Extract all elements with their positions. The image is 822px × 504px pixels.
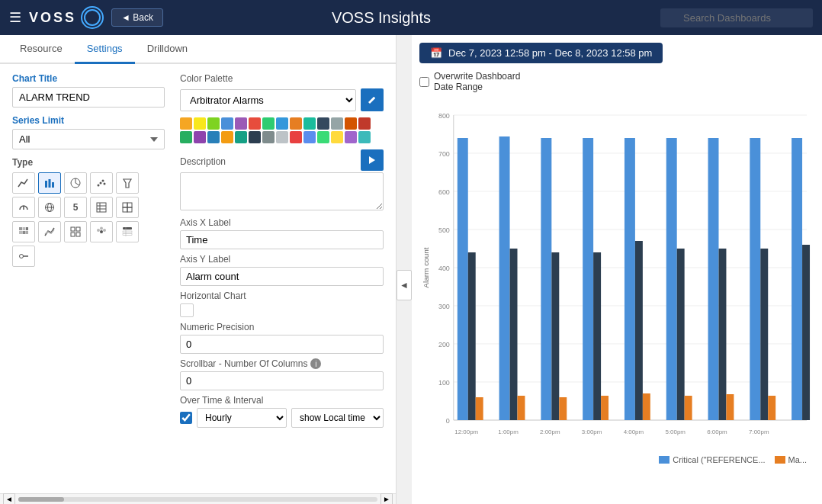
svg-point-35 xyxy=(100,230,103,233)
chart-title-input[interactable] xyxy=(12,87,165,108)
svg-rect-76 xyxy=(541,138,551,420)
tab-drilldown[interactable]: Drilldown xyxy=(135,35,200,64)
chart-type-gauge[interactable] xyxy=(12,197,35,218)
chart-type-globe[interactable] xyxy=(38,197,61,218)
color-swatch[interactable] xyxy=(194,117,206,130)
chart-type-number[interactable]: 5 xyxy=(64,197,87,218)
chart-type-table[interactable] xyxy=(90,197,113,218)
svg-rect-74 xyxy=(518,396,525,420)
chart-type-heatmap[interactable] xyxy=(12,221,35,242)
svg-rect-23 xyxy=(123,207,127,212)
numeric-precision-input[interactable] xyxy=(180,335,384,354)
video-button[interactable] xyxy=(361,149,384,171)
chart-container: Alarm count 800 700 600 500 400 300 200 … xyxy=(419,100,814,466)
chart-type-pivot[interactable] xyxy=(116,197,139,218)
over-time-row: Hourly show Local time xyxy=(180,408,384,428)
chart-type-multiaxis[interactable] xyxy=(38,221,61,242)
color-swatch[interactable] xyxy=(290,117,302,130)
color-swatch[interactable] xyxy=(345,131,357,143)
svg-rect-3 xyxy=(49,179,51,188)
chart-type-pie[interactable] xyxy=(64,172,87,194)
chart-type-statsbar[interactable] xyxy=(12,246,35,267)
color-swatch[interactable] xyxy=(358,131,371,143)
overwrite-checkbox[interactable] xyxy=(419,77,429,87)
scroll-left-button[interactable]: ◄ xyxy=(3,493,15,505)
local-time-select[interactable]: show Local time xyxy=(291,408,384,428)
color-swatch[interactable] xyxy=(345,117,357,130)
axis-y-input[interactable] xyxy=(180,267,384,286)
svg-text:12:00pm: 12:00pm xyxy=(454,429,478,435)
svg-rect-93 xyxy=(718,249,726,420)
overwrite-label: Overwrite Dashboard Date Range xyxy=(434,71,520,92)
color-swatch[interactable] xyxy=(235,117,247,130)
svg-point-37 xyxy=(103,229,106,232)
menu-icon[interactable]: ☰ xyxy=(9,9,21,26)
chart-type-scatter[interactable] xyxy=(90,172,113,194)
color-swatch[interactable] xyxy=(235,131,247,143)
color-swatch[interactable] xyxy=(290,131,302,143)
series-limit-label: Series Limit xyxy=(12,115,165,126)
scroll-right-button[interactable]: ► xyxy=(380,493,393,505)
svg-text:800: 800 xyxy=(438,112,450,120)
color-swatch[interactable] xyxy=(249,131,261,143)
date-range-text: Dec 7, 2023 12:58 pm - Dec 8, 2023 12:58… xyxy=(448,47,652,59)
color-swatch[interactable] xyxy=(207,131,220,143)
logo: VOSS xyxy=(29,6,104,29)
chart-type-grid[interactable] xyxy=(64,221,87,242)
color-palette-label: Color Palette xyxy=(180,73,384,84)
svg-rect-89 xyxy=(677,249,685,420)
color-swatch[interactable] xyxy=(180,131,192,143)
color-swatch[interactable] xyxy=(221,131,233,143)
palette-edit-button[interactable] xyxy=(361,88,384,111)
chart-title-label: Chart Title xyxy=(12,73,165,84)
scrollbar-thumb[interactable] xyxy=(18,497,64,502)
panel-collapse-button[interactable]: ◄ xyxy=(397,270,412,300)
color-swatch[interactable] xyxy=(276,131,288,143)
tab-settings[interactable]: Settings xyxy=(75,35,135,64)
svg-rect-70 xyxy=(476,397,483,420)
chart-type-funnel[interactable] xyxy=(116,172,139,194)
color-swatch[interactable] xyxy=(194,131,206,143)
scrollbar-input[interactable] xyxy=(180,371,384,390)
color-swatch[interactable] xyxy=(207,117,220,130)
color-swatch[interactable] xyxy=(221,117,233,130)
horizontal-toggle[interactable] xyxy=(180,303,194,317)
legend-item-critical: Critical ("REFERENCE... xyxy=(659,455,765,464)
color-swatch[interactable] xyxy=(303,117,316,130)
color-swatch[interactable] xyxy=(331,117,343,130)
interval-select[interactable]: Hourly xyxy=(197,408,287,428)
tab-resource[interactable]: Resource xyxy=(8,35,75,64)
color-swatch[interactable] xyxy=(317,117,329,130)
svg-rect-41 xyxy=(123,234,132,236)
color-swatch[interactable] xyxy=(276,117,288,130)
series-limit-select[interactable]: All xyxy=(12,129,165,149)
date-range-bar: 📅 Dec 7, 2023 12:58 pm - Dec 8, 2023 12:… xyxy=(419,43,663,63)
color-swatch[interactable] xyxy=(331,131,343,143)
overwrite-row: Overwrite Dashboard Date Range xyxy=(419,71,814,92)
header: ☰ VOSS ◄ Back VOSS Insights xyxy=(0,0,822,35)
chart-type-datatable[interactable] xyxy=(116,221,139,242)
color-swatch[interactable] xyxy=(262,117,275,130)
chart-type-line[interactable] xyxy=(12,172,35,194)
over-time-checkbox[interactable] xyxy=(180,412,192,424)
svg-rect-88 xyxy=(666,138,677,420)
svg-rect-85 xyxy=(635,241,643,420)
axis-x-input[interactable] xyxy=(180,230,384,249)
svg-text:0: 0 xyxy=(446,417,450,425)
info-icon: i xyxy=(310,358,321,369)
svg-rect-96 xyxy=(750,138,760,420)
chart-type-bar[interactable] xyxy=(38,172,61,194)
chart-type-flower[interactable] xyxy=(90,221,113,242)
palette-select[interactable]: Arbitrator Alarms xyxy=(180,89,356,111)
description-textarea[interactable] xyxy=(180,172,384,210)
svg-text:2:00pm: 2:00pm xyxy=(540,429,560,435)
search-input[interactable] xyxy=(660,8,813,27)
color-swatch[interactable] xyxy=(303,131,316,143)
color-swatch[interactable] xyxy=(180,117,192,130)
color-swatch[interactable] xyxy=(249,117,261,130)
color-swatch[interactable] xyxy=(262,131,275,143)
color-swatch[interactable] xyxy=(358,117,371,130)
color-swatch[interactable] xyxy=(317,131,329,143)
svg-text:300: 300 xyxy=(438,303,450,310)
svg-rect-25 xyxy=(19,227,22,230)
